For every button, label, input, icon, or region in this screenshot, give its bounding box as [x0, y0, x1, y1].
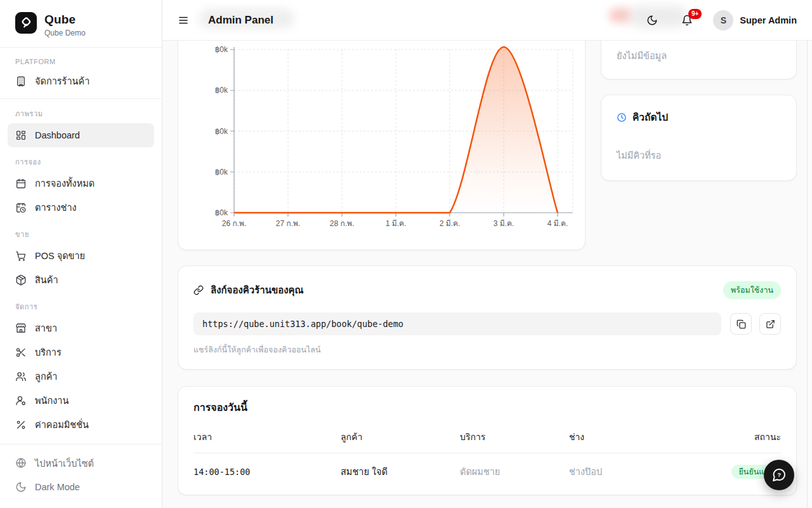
sidebar-item-4-0[interactable]: สาขา: [8, 316, 154, 340]
notifications-button[interactable]: 9+: [681, 15, 693, 26]
globe-icon: [15, 457, 27, 469]
sidebar-item-1-0[interactable]: Dashboard: [8, 123, 154, 147]
copy-icon: [737, 319, 746, 329]
sidebar-item-3-0[interactable]: POS จุดขาย: [8, 244, 154, 268]
header: Admin Panel 9+ S Super Admin: [162, 0, 812, 41]
sidebar-item-footer-1[interactable]: Dark Mode: [8, 475, 154, 499]
booking-url-field[interactable]: https://qube.unit313.app/book/qube-demo: [193, 312, 721, 335]
menu-toggle-icon[interactable]: [178, 15, 189, 26]
x-axis-tick-label: 26 ก.พ.: [222, 219, 247, 228]
brand-name: Qube: [44, 12, 86, 27]
table-header-cell: ช่าง: [569, 430, 705, 444]
bookings-table-body: 14:00-15:00 สมชาย ใจดี ตัดผมชาย ช่างป๊อป…: [193, 453, 781, 490]
table-header-cell: สถานะ: [705, 430, 781, 444]
sidebar-section-label: PLATFORM: [8, 49, 154, 69]
x-axis-tick-label: 4 มี.ค.: [547, 219, 568, 228]
x-axis-tick-label: 2 มี.ค.: [440, 219, 461, 228]
sidebar-item-label: สินค้า: [35, 272, 58, 287]
booking-service: ตัดผมชาย: [460, 464, 569, 479]
sidebar-item-label: Dashboard: [35, 130, 80, 140]
table-row[interactable]: 14:00-15:00 สมชาย ใจดี ตัดผมชาย ช่างป๊อป…: [193, 453, 781, 490]
cart-icon: [15, 250, 27, 262]
sales-chart-card: ฿0k฿0k฿0k฿0k฿0k26 ก.พ.27 ก.พ.28 ก.พ.1 มี…: [178, 41, 586, 250]
sidebar-footer: ไปหน้าเว็บไซต์Dark Mode: [0, 444, 162, 508]
dark-mode-toggle-icon[interactable]: [646, 15, 658, 26]
booking-link-title: ลิงก์จองคิวร้านของคุณ: [211, 283, 303, 298]
avatar[interactable]: S: [713, 10, 733, 30]
bookings-table-header: เวลาลูกค้าบริการช่างสถานะ: [193, 430, 781, 453]
sidebar-section-label: จัดการ: [8, 292, 154, 316]
booking-customer: สมชาย ใจดี: [341, 464, 460, 479]
x-axis-tick-label: 3 มี.ค.: [494, 219, 514, 228]
sidebar-section-label: ขาย: [8, 220, 154, 244]
help-bubble-icon: ?: [771, 467, 787, 483]
table-header-cell: เวลา: [193, 430, 341, 444]
scrollbar-track[interactable]: [807, 41, 812, 508]
main-content: ฿0k฿0k฿0k฿0k฿0k26 ก.พ.27 ก.พ.28 ก.พ.1 มี…: [162, 41, 807, 508]
table-header-cell: บริการ: [460, 430, 569, 444]
sales-area-chart: ฿0k฿0k฿0k฿0k฿0k26 ก.พ.27 ก.พ.28 ก.พ.1 มี…: [178, 41, 586, 250]
sidebar-nav: PLATFORMจัดการร้านค้าภาพรวมDashboardการจ…: [0, 48, 162, 444]
moon-icon: [15, 481, 27, 493]
sidebar-item-label: ลูกค้า: [35, 369, 58, 384]
calendar-clock-icon: [15, 202, 27, 213]
sidebar-item-4-4[interactable]: ค่าคอมมิชชั่น: [8, 413, 154, 437]
sidebar-item-footer-0[interactable]: ไปหน้าเว็บไซต์: [8, 451, 154, 475]
percent-icon: [15, 419, 27, 431]
open-link-button[interactable]: [759, 313, 781, 335]
sidebar-item-2-1[interactable]: ตารางช่าง: [8, 196, 154, 220]
sidebar-item-label: POS จุดขาย: [35, 248, 85, 263]
building-icon: [15, 76, 27, 87]
help-chat-button[interactable]: ?: [764, 460, 794, 490]
user-name: Super Admin: [740, 15, 797, 25]
sidebar: Qube Qube Demo PLATFORMจัดการร้านค้าภาพร…: [0, 0, 162, 508]
next-queue-title: คิวถัดไป: [632, 109, 668, 125]
qube-logo-icon: [15, 12, 37, 34]
sidebar-item-3-1[interactable]: สินค้า: [8, 268, 154, 292]
sales-empty-text: ยังไม่มีข้อมูล: [617, 48, 667, 63]
link-helper-text: แชร์ลิงก์นี้ให้ลูกค้าเพื่อจองคิวออนไลน์: [193, 344, 781, 356]
store-icon: [15, 323, 27, 334]
staff-icon: [15, 395, 27, 406]
x-axis-tick-label: 28 ก.พ.: [330, 219, 355, 228]
sidebar-item-4-1[interactable]: บริการ: [8, 340, 154, 364]
x-axis-tick-label: 1 มี.ค.: [386, 219, 407, 228]
sidebar-item-label: ไปหน้าเว็บไซต์: [35, 456, 94, 471]
notification-badge: 9+: [688, 9, 702, 19]
bookings-title: การจองวันนี้: [193, 399, 781, 415]
sidebar-item-label: บริการ: [35, 345, 62, 359]
booking-staff: ช่างป๊อป: [569, 464, 705, 479]
svg-text:?: ?: [777, 471, 781, 478]
y-axis-tick-label: ฿0k: [215, 168, 228, 177]
sidebar-item-label: ค่าคอมมิชชั่น: [35, 417, 89, 432]
package-icon: [15, 274, 27, 286]
sidebar-item-0-0[interactable]: จัดการร้านค้า: [8, 69, 154, 93]
scissors-icon: [15, 347, 27, 358]
booking-time: 14:00-15:00: [193, 467, 341, 477]
sidebar-item-label: การจองทั้งหมด: [35, 176, 95, 190]
sidebar-item-2-0[interactable]: การจองทั้งหมด: [8, 171, 154, 196]
clock-icon: [617, 112, 627, 123]
dashboard-icon: [15, 130, 27, 141]
users-icon: [15, 371, 27, 382]
table-header-cell: ลูกค้า: [341, 430, 460, 444]
sidebar-item-label: พนักงาน: [35, 393, 69, 408]
sidebar-item-4-3[interactable]: พนักงาน: [8, 389, 154, 413]
y-axis-tick-label: ฿0k: [215, 86, 228, 95]
copy-link-button[interactable]: [730, 313, 752, 335]
y-axis-tick-label: ฿0k: [215, 45, 228, 54]
sales-summary-card: ยังไม่มีข้อมูล: [601, 41, 797, 79]
external-link-icon: [766, 319, 775, 329]
sidebar-item-4-2[interactable]: ลูกค้า: [8, 364, 154, 389]
redacted-blur: [609, 8, 633, 22]
link-icon: [193, 285, 204, 295]
booking-link-card: ลิงก์จองคิวร้านของคุณ พร้อมใช้งาน https:…: [178, 265, 797, 370]
sidebar-item-label: Dark Mode: [35, 482, 80, 492]
link-status-badge: พร้อมใช้งาน: [723, 281, 781, 299]
y-axis-tick-label: ฿0k: [215, 208, 228, 217]
next-queue-card: คิวถัดไป ไม่มีคิวที่รอ: [601, 95, 797, 181]
app-root: Qube Qube Demo PLATFORMจัดการร้านค้าภาพร…: [0, 0, 812, 508]
sidebar-item-label: จัดการร้านค้า: [35, 74, 89, 88]
page-title: Admin Panel: [208, 14, 273, 27]
y-axis-tick-label: ฿0k: [215, 127, 228, 136]
